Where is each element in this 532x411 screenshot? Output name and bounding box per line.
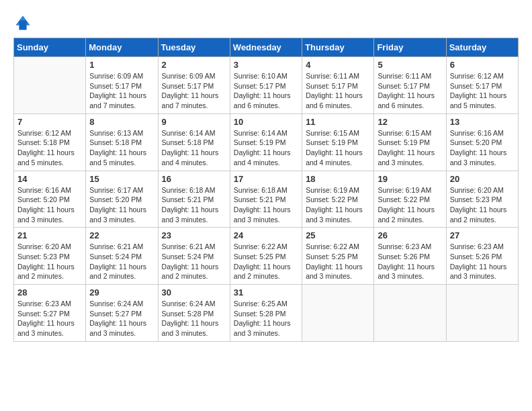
day-number: 2 [162,60,226,70]
day-number: 11 [306,117,370,127]
calendar-cell: 2Sunrise: 6:09 AM Sunset: 5:17 PM Daylig… [158,57,230,114]
day-number: 21 [17,230,82,240]
day-number: 13 [450,117,515,127]
calendar-cell: 30Sunrise: 6:24 AM Sunset: 5:28 PM Dayli… [158,285,230,342]
calendar-cell [374,285,446,342]
day-number: 7 [17,117,82,127]
day-info: Sunrise: 6:12 AM Sunset: 5:17 PM Dayligh… [450,71,515,111]
calendar-cell: 14Sunrise: 6:16 AM Sunset: 5:20 PM Dayli… [14,171,86,228]
calendar-cell: 23Sunrise: 6:21 AM Sunset: 5:24 PM Dayli… [158,228,230,285]
calendar-cell: 21Sunrise: 6:20 AM Sunset: 5:23 PM Dayli… [14,228,86,285]
day-number: 17 [234,174,298,184]
calendar-cell: 17Sunrise: 6:18 AM Sunset: 5:21 PM Dayli… [230,171,302,228]
calendar-cell: 29Sunrise: 6:24 AM Sunset: 5:27 PM Dayli… [86,285,158,342]
day-info: Sunrise: 6:13 AM Sunset: 5:18 PM Dayligh… [89,128,154,168]
day-info: Sunrise: 6:11 AM Sunset: 5:17 PM Dayligh… [378,71,442,111]
weekday-header: Monday [86,38,158,57]
day-number: 26 [378,230,442,240]
logo-icon [13,13,32,32]
logo [13,13,35,32]
calendar-cell: 22Sunrise: 6:21 AM Sunset: 5:24 PM Dayli… [86,228,158,285]
calendar-cell: 10Sunrise: 6:14 AM Sunset: 5:19 PM Dayli… [230,113,302,171]
day-number: 1 [89,60,154,70]
calendar-week-row: 1Sunrise: 6:09 AM Sunset: 5:17 PM Daylig… [14,57,519,114]
weekday-header: Saturday [446,38,518,57]
calendar-cell: 6Sunrise: 6:12 AM Sunset: 5:17 PM Daylig… [446,57,518,114]
day-info: Sunrise: 6:23 AM Sunset: 5:27 PM Dayligh… [17,299,82,338]
day-info: Sunrise: 6:19 AM Sunset: 5:22 PM Dayligh… [306,185,370,225]
day-info: Sunrise: 6:15 AM Sunset: 5:19 PM Dayligh… [378,128,442,168]
calendar-cell: 3Sunrise: 6:10 AM Sunset: 5:17 PM Daylig… [230,57,302,114]
day-number: 24 [234,230,298,240]
day-number: 29 [89,287,154,298]
calendar-cell: 31Sunrise: 6:25 AM Sunset: 5:28 PM Dayli… [230,285,302,342]
day-number: 16 [162,174,226,184]
calendar-cell: 12Sunrise: 6:15 AM Sunset: 5:19 PM Dayli… [374,113,446,171]
calendar-cell: 1Sunrise: 6:09 AM Sunset: 5:17 PM Daylig… [86,57,158,114]
day-number: 14 [17,174,82,184]
day-info: Sunrise: 6:14 AM Sunset: 5:18 PM Dayligh… [162,128,226,168]
day-number: 28 [17,287,82,298]
calendar-cell [14,57,86,114]
day-info: Sunrise: 6:22 AM Sunset: 5:25 PM Dayligh… [306,242,370,281]
day-info: Sunrise: 6:11 AM Sunset: 5:17 PM Dayligh… [306,71,370,111]
day-number: 30 [162,287,226,298]
calendar-cell: 26Sunrise: 6:23 AM Sunset: 5:26 PM Dayli… [374,228,446,285]
calendar: SundayMondayTuesdayWednesdayThursdayFrid… [13,38,519,342]
calendar-cell: 13Sunrise: 6:16 AM Sunset: 5:20 PM Dayli… [446,113,518,171]
day-info: Sunrise: 6:09 AM Sunset: 5:17 PM Dayligh… [162,71,226,111]
day-info: Sunrise: 6:21 AM Sunset: 5:24 PM Dayligh… [89,242,154,281]
calendar-cell: 15Sunrise: 6:17 AM Sunset: 5:20 PM Dayli… [86,171,158,228]
day-number: 20 [450,174,515,184]
day-number: 25 [306,230,370,240]
calendar-cell: 8Sunrise: 6:13 AM Sunset: 5:18 PM Daylig… [86,113,158,171]
calendar-cell [302,285,374,342]
day-info: Sunrise: 6:24 AM Sunset: 5:28 PM Dayligh… [162,299,226,338]
calendar-cell: 4Sunrise: 6:11 AM Sunset: 5:17 PM Daylig… [302,57,374,114]
day-info: Sunrise: 6:16 AM Sunset: 5:20 PM Dayligh… [17,185,82,225]
day-info: Sunrise: 6:18 AM Sunset: 5:21 PM Dayligh… [162,185,226,225]
day-info: Sunrise: 6:09 AM Sunset: 5:17 PM Dayligh… [89,71,154,111]
header [13,13,519,32]
day-number: 27 [450,230,515,240]
day-number: 9 [162,117,226,127]
day-number: 3 [234,60,298,70]
day-info: Sunrise: 6:14 AM Sunset: 5:19 PM Dayligh… [234,128,298,168]
calendar-cell: 25Sunrise: 6:22 AM Sunset: 5:25 PM Dayli… [302,228,374,285]
day-number: 12 [378,117,442,127]
day-info: Sunrise: 6:23 AM Sunset: 5:26 PM Dayligh… [378,242,442,281]
calendar-cell: 16Sunrise: 6:18 AM Sunset: 5:21 PM Dayli… [158,171,230,228]
calendar-cell: 19Sunrise: 6:19 AM Sunset: 5:22 PM Dayli… [374,171,446,228]
day-info: Sunrise: 6:19 AM Sunset: 5:22 PM Dayligh… [378,185,442,225]
calendar-week-row: 21Sunrise: 6:20 AM Sunset: 5:23 PM Dayli… [14,228,519,285]
weekday-header-row: SundayMondayTuesdayWednesdayThursdayFrid… [14,38,519,57]
calendar-week-row: 28Sunrise: 6:23 AM Sunset: 5:27 PM Dayli… [14,285,519,342]
day-info: Sunrise: 6:23 AM Sunset: 5:26 PM Dayligh… [450,242,515,281]
day-info: Sunrise: 6:16 AM Sunset: 5:20 PM Dayligh… [450,128,515,168]
weekday-header: Sunday [14,38,86,57]
day-info: Sunrise: 6:15 AM Sunset: 5:19 PM Dayligh… [306,128,370,168]
day-number: 18 [306,174,370,184]
calendar-cell [446,285,518,342]
weekday-header: Friday [374,38,446,57]
weekday-header: Tuesday [158,38,230,57]
weekday-header: Thursday [302,38,374,57]
weekday-header: Wednesday [230,38,302,57]
calendar-week-row: 7Sunrise: 6:12 AM Sunset: 5:18 PM Daylig… [14,113,519,171]
day-info: Sunrise: 6:21 AM Sunset: 5:24 PM Dayligh… [162,242,226,281]
day-info: Sunrise: 6:22 AM Sunset: 5:25 PM Dayligh… [234,242,298,281]
day-info: Sunrise: 6:24 AM Sunset: 5:27 PM Dayligh… [89,299,154,338]
day-info: Sunrise: 6:10 AM Sunset: 5:17 PM Dayligh… [234,71,298,111]
day-number: 6 [450,60,515,70]
calendar-cell: 27Sunrise: 6:23 AM Sunset: 5:26 PM Dayli… [446,228,518,285]
calendar-week-row: 14Sunrise: 6:16 AM Sunset: 5:20 PM Dayli… [14,171,519,228]
day-number: 5 [378,60,442,70]
day-number: 31 [234,287,298,298]
calendar-cell: 7Sunrise: 6:12 AM Sunset: 5:18 PM Daylig… [14,113,86,171]
calendar-cell: 11Sunrise: 6:15 AM Sunset: 5:19 PM Dayli… [302,113,374,171]
calendar-cell: 24Sunrise: 6:22 AM Sunset: 5:25 PM Dayli… [230,228,302,285]
day-info: Sunrise: 6:20 AM Sunset: 5:23 PM Dayligh… [450,185,515,225]
calendar-cell: 18Sunrise: 6:19 AM Sunset: 5:22 PM Dayli… [302,171,374,228]
day-number: 19 [378,174,442,184]
day-number: 23 [162,230,226,240]
